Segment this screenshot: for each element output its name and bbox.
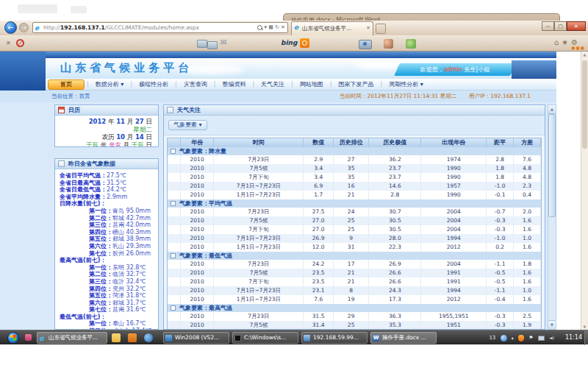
group-checkbox[interactable] [171,149,176,154]
nav-item-0[interactable]: 首页 [48,79,85,90]
close-bar-icon[interactable]: ✕ [6,40,11,46]
taskbar-task-button[interactable]: 192.168.59.99... [301,332,368,344]
table-cell: 25 [334,321,369,330]
show-desktop-button[interactable] [584,330,588,345]
table-cell: 25 [334,216,369,225]
element-dropdown-button[interactable]: 气象要素 ▾ [168,120,207,130]
browser-scrollbar-down-icon[interactable]: ▼ [581,325,588,329]
group-checkbox[interactable] [171,253,176,258]
nav-item-6[interactable]: 网站地图 [293,79,330,90]
calendar-title: 日历 [68,107,80,113]
table-group-row[interactable]: 气象要素：降水量 [167,147,542,155]
download-flame-icon[interactable] [518,335,524,342]
table-cell: 1.8 [514,260,541,269]
taskbar-ie-window-button[interactable]: e山东省气候业务平... [37,332,107,344]
home-icon[interactable]: ⌂ [554,38,559,46]
page-scrollbar[interactable]: ▲ ▼ [548,105,556,330]
scrollbar-thumb[interactable] [548,114,556,217]
group-checkbox[interactable] [171,201,176,206]
weather-rank-value: 乳山 29.3mm [112,243,151,250]
address-bar-icons[interactable]: ▾ ▦ ↻ ✕ [257,23,285,32]
weather-panel-header: 昨日全省气象数据 [55,159,158,169]
nav-item-5[interactable]: 天气关注 [254,79,291,90]
scrollbar-up-arrow[interactable]: ▲ [548,105,556,114]
bing-search-icon[interactable] [300,38,309,48]
forward-button[interactable]: → [19,23,29,32]
addon-icon[interactable] [384,39,393,49]
maximize-button[interactable]: ▢ [554,21,567,31]
explorer-folder-icon[interactable] [112,333,121,342]
back-button[interactable]: ← [4,21,17,34]
ime-globe-icon[interactable] [501,335,507,342]
nav-item-3[interactable]: 灾害查询 [177,79,214,90]
table-cell: 26.9 [304,234,334,243]
taskbar-clock[interactable]: 11:14 [565,330,582,345]
browser-tab[interactable]: e 山东省气候业务平... ✕ [291,21,373,35]
table-group-row[interactable]: 气象要素：平均气温 [167,199,542,208]
table-cell: 29 [334,312,369,321]
browser-scrollbar-up-icon[interactable]: ▲ [581,52,588,57]
table-group-row[interactable]: 气象要素：最高气温 [167,304,542,312]
nav-item-2[interactable]: 极端性分析 [132,79,175,90]
table-cell: 27.0 [304,216,334,225]
table-group-row[interactable]: 气象要素：最低气温 [167,252,542,260]
nav-item-8[interactable]: 周期性分析 ▾ [382,79,430,90]
table-cell: 2.8 [369,191,421,199]
weather-stat: 全省日最高气温：31.5℃ [55,180,158,187]
start-button[interactable] [7,332,19,344]
table-cell: 3.4 [304,173,334,182]
nav-item-4[interactable]: 整编资料 [215,79,252,90]
calendar-line: 星期二 [55,126,152,134]
tab-close-icon[interactable]: ✕ [366,22,370,35]
table-cell: 2010 [181,173,215,182]
bing-logo[interactable]: bing [281,39,297,46]
pinned-app-icon[interactable] [25,334,32,341]
table-cell: 17.3 [369,295,421,304]
scrollbar-down-arrow[interactable]: ▼ [548,320,556,329]
mail-icon[interactable]: ✉ [220,38,226,46]
media-app-icon[interactable] [128,333,137,342]
table-cell: 2004 [421,225,487,234]
action-center-flag-icon[interactable]: ⚑ [528,330,533,345]
taskbar-task-button[interactable]: Win2008 (VS2... [163,332,229,344]
table-cell: 7月1日~7月23日 [214,182,304,191]
address-bar[interactable]: e http://192.168.137.1/GLCCLIMATE/module… [32,22,288,33]
card-icon[interactable] [197,40,207,48]
header-right-block [512,60,556,79]
table-cell: 2004 [421,216,487,225]
browser-scrollbar-thumb[interactable] [582,60,587,149]
table-cell: 35.3 [369,321,421,330]
nav-item-7[interactable]: 国家下发产品 [331,79,380,90]
group-checkbox[interactable] [171,305,176,311]
browser-scrollbar[interactable]: ▲ ▼ [581,52,588,330]
table-cell: 7月1日~7月23日 [214,286,304,295]
minimize-button[interactable]: — [542,21,554,31]
screen: 操作手册.docx - Microsoft Word ← → e http://… [0,0,588,368]
search-icon[interactable] [257,25,262,30]
table-cell: 7月下旬 [214,225,304,234]
nav-item-1[interactable]: 数据分析 ▾ [89,79,131,90]
browser-app-icon[interactable] [144,333,153,342]
table-cell: 1.9 [514,321,541,330]
weather-rank-value: 临沂 32.4℃ [112,278,146,285]
taskbar-task-button[interactable]: C:\Windows\s... [232,332,298,344]
new-tab-button[interactable] [376,24,386,34]
network-monitor-icon[interactable] [538,336,545,341]
table-cell [168,269,181,277]
weather-stat-label: 全省日平均气温： [60,172,107,179]
hidden-icons-arrow[interactable]: ▴ [512,330,514,345]
addon-icon-green[interactable] [406,39,416,49]
table-cell: -0.1 [487,191,514,199]
table-cell [168,243,181,252]
weather-rank-label: 第一位： [89,320,112,327]
camera-addon-icon[interactable] [359,40,372,49]
card-icon[interactable] [207,41,218,49]
table-cell: 6.9 [304,182,334,191]
favorites-star-icon[interactable]: ★ [562,38,568,46]
table-cell: -0.3 [487,225,514,234]
close-button[interactable]: ✕ [567,21,586,31]
speaker-icon[interactable]: ◄) [549,330,554,345]
tray-indicator[interactable]: 13 [489,330,495,345]
taskbar-task-button[interactable]: W操作手册.docx ... [370,332,437,344]
blocked-addon-icon[interactable] [16,39,24,47]
